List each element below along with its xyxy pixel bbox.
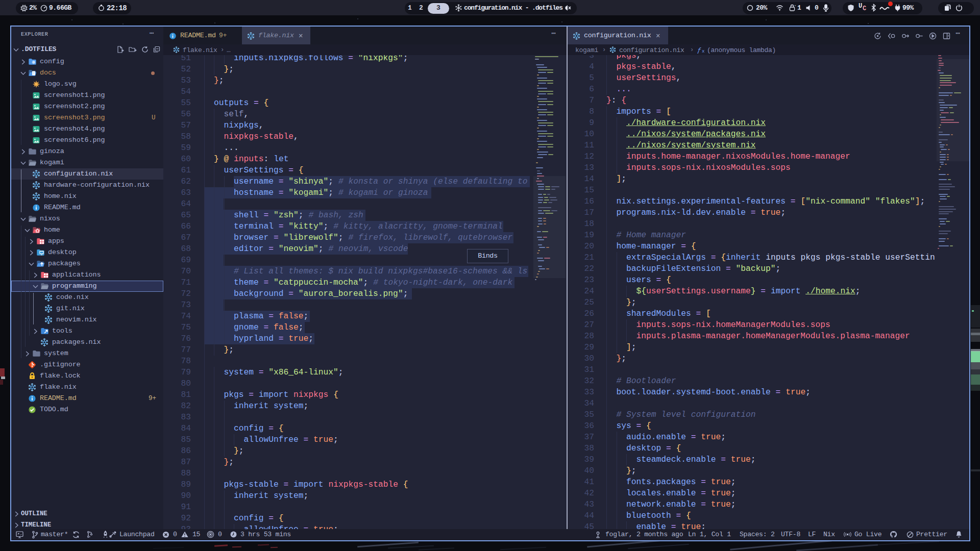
svg-text:*: * (794, 5, 796, 8)
